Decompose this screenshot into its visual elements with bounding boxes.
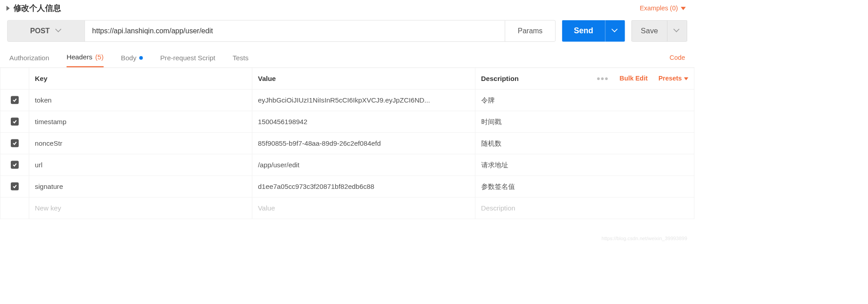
- col-description: Description ••• Bulk Edit Presets: [475, 68, 694, 89]
- save-dropdown[interactable]: [667, 20, 687, 42]
- new-value-input[interactable]: Value: [252, 197, 475, 219]
- row-enable-checkbox[interactable]: [11, 161, 19, 169]
- col-key: Key: [29, 68, 252, 89]
- tab-tests[interactable]: Tests: [233, 48, 248, 67]
- code-link[interactable]: Code: [670, 54, 685, 62]
- request-title: 修改个人信息: [13, 3, 61, 13]
- header-key-cell[interactable]: nonceStr: [29, 133, 252, 154]
- headers-table: Key Value Description ••• Bulk Edit Pres…: [0, 67, 694, 219]
- table-row-new: New keyValueDescription: [0, 197, 694, 219]
- headers-count: (5): [95, 53, 104, 61]
- header-description-cell[interactable]: 令牌: [475, 89, 694, 111]
- chevron-down-icon: [681, 7, 686, 10]
- header-value-cell[interactable]: eyJhbGciOiJIUzI1NiIsInR5cCI6IkpXVCJ9.eyJ…: [252, 89, 475, 111]
- col-value: Value: [252, 68, 475, 89]
- examples-label: Examples (0): [640, 4, 678, 12]
- header-value-cell[interactable]: d1ee7a05cc973c3f20871bf82edb6c88: [252, 176, 475, 197]
- header-key-cell[interactable]: signature: [29, 176, 252, 197]
- row-enable-checkbox[interactable]: [11, 118, 19, 126]
- header-description-cell[interactable]: 参数签名值: [475, 176, 694, 197]
- header-key-cell[interactable]: url: [29, 154, 252, 176]
- watermark: https://blog.csdn.net/weixin_39993899: [601, 235, 687, 241]
- table-row: nonceStr85f90855-b9f7-48aa-89d9-26c2ef08…: [0, 133, 694, 154]
- send-button[interactable]: Send: [562, 20, 605, 42]
- header-description-cell[interactable]: 随机数: [475, 133, 694, 154]
- header-key-cell[interactable]: timestamp: [29, 111, 252, 133]
- header-description-cell[interactable]: 时间戳: [475, 111, 694, 133]
- new-key-input[interactable]: New key: [29, 197, 252, 219]
- send-dropdown[interactable]: [605, 20, 625, 42]
- header-value-cell[interactable]: 1500456198942: [252, 111, 475, 133]
- tab-headers[interactable]: Headers (5): [67, 48, 103, 67]
- row-enable-checkbox[interactable]: [11, 96, 19, 104]
- chevron-down-icon: [613, 28, 618, 34]
- chevron-down-icon: [684, 77, 689, 80]
- table-row: timestamp1500456198942时间戳: [0, 111, 694, 133]
- header-description-cell[interactable]: 请求地址: [475, 154, 694, 176]
- body-indicator-icon: [139, 56, 143, 59]
- request-url-input[interactable]: [85, 21, 505, 41]
- header-key-cell[interactable]: token: [29, 89, 252, 111]
- chevron-down-icon: [674, 28, 680, 34]
- params-button[interactable]: Params: [505, 21, 555, 41]
- chevron-down-icon: [56, 28, 62, 34]
- table-row: url/app/user/edit请求地址: [0, 154, 694, 176]
- examples-dropdown[interactable]: Examples (0): [640, 4, 685, 12]
- table-row: tokeneyJhbGciOiJIUzI1NiIsInR5cCI6IkpXVCJ…: [0, 89, 694, 111]
- tab-authorization[interactable]: Authorization: [9, 48, 49, 67]
- tab-body[interactable]: Body: [121, 48, 143, 67]
- collapse-toggle-icon[interactable]: [6, 6, 9, 11]
- row-enable-checkbox[interactable]: [11, 183, 19, 191]
- row-enable-checkbox[interactable]: [11, 139, 19, 148]
- tab-pre-request-script[interactable]: Pre-request Script: [160, 48, 215, 67]
- header-value-cell[interactable]: 85f90855-b9f7-48aa-89d9-26c2ef084efd: [252, 133, 475, 154]
- save-button[interactable]: Save: [631, 20, 667, 42]
- col-description-label: Description: [481, 75, 519, 83]
- bulk-edit-link[interactable]: Bulk Edit: [620, 75, 648, 82]
- col-checkbox: [0, 68, 29, 89]
- presets-dropdown[interactable]: Presets: [658, 75, 688, 82]
- more-options-icon[interactable]: •••: [597, 73, 609, 84]
- http-method-label: POST: [30, 27, 50, 35]
- header-value-cell[interactable]: /app/user/edit: [252, 154, 475, 176]
- http-method-select[interactable]: POST: [8, 21, 85, 41]
- new-description-input[interactable]: Description: [475, 197, 694, 219]
- table-row: signatured1ee7a05cc973c3f20871bf82edb6c8…: [0, 176, 694, 197]
